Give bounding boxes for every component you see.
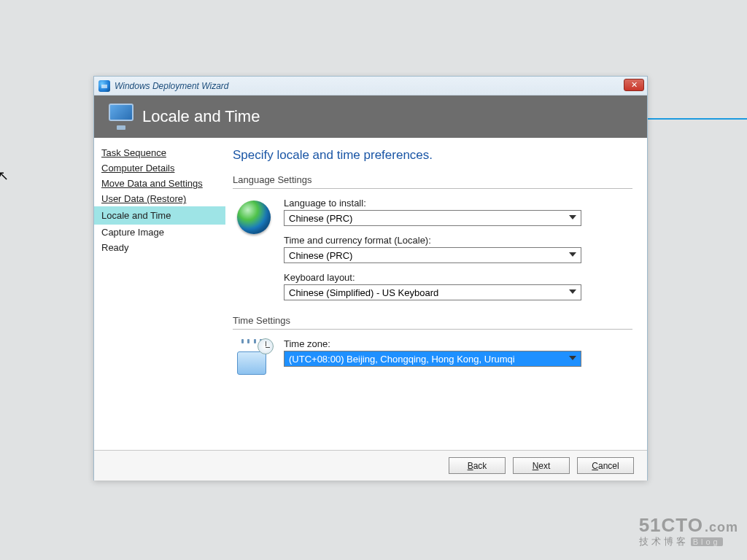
sidebar-item-ready: Ready <box>94 240 225 255</box>
keyboard-value: Chinese (Simplified) - US Keyboard <box>289 287 438 298</box>
locale-combo[interactable]: Chinese (PRC) <box>284 247 581 263</box>
chevron-down-icon <box>569 252 576 257</box>
divider <box>233 329 632 330</box>
mouse-cursor-icon: ↖ <box>0 168 9 184</box>
watermark-sub: 技术博客 <box>639 536 689 547</box>
keyboard-combo[interactable]: Chinese (Simplified) - US Keyboard <box>284 284 581 300</box>
timezone-label: Time zone: <box>284 338 632 349</box>
close-icon: ✕ <box>631 80 638 90</box>
cancel-button[interactable]: Cancel <box>577 457 634 474</box>
page-accent-line <box>646 118 747 120</box>
wizard-window: Windows Deployment Wizard ✕ Locale and T… <box>93 76 648 481</box>
sidebar-item-locale-time[interactable]: Locale and Time <box>94 206 225 225</box>
calendar-clock-icon <box>237 341 271 375</box>
keyboard-label: Keyboard layout: <box>284 272 632 283</box>
watermark: 51CTO.com 技术博客Blog <box>639 514 738 548</box>
window-title: Windows Deployment Wizard <box>115 81 229 91</box>
watermark-blog: Blog <box>691 537 723 546</box>
app-icon <box>98 80 110 92</box>
wizard-sidebar: Task Sequence Computer Details Move Data… <box>94 138 225 450</box>
back-button[interactable]: Back <box>449 457 506 474</box>
chevron-down-icon <box>569 289 576 294</box>
chevron-down-icon <box>569 356 576 360</box>
sidebar-item-move-data[interactable]: Move Data and Settings <box>94 176 225 191</box>
timezone-combo[interactable]: (UTC+08:00) Beijing, Chongqing, Hong Kon… <box>284 351 581 367</box>
wizard-main: Specify locale and time preferences. Lan… <box>225 138 647 450</box>
language-section: Language to install: Chinese (PRC) Time … <box>233 198 632 309</box>
globe-icon <box>237 201 271 234</box>
titlebar: Windows Deployment Wizard ✕ <box>94 77 647 96</box>
timezone-value: (UTC+08:00) Beijing, Chongqing, Hong Kon… <box>289 354 515 365</box>
language-combo[interactable]: Chinese (PRC) <box>284 210 581 226</box>
language-label: Language to install: <box>284 198 632 209</box>
sidebar-item-user-data[interactable]: User Data (Restore) <box>94 191 225 206</box>
time-section: Time zone: (UTC+08:00) Beijing, Chongqin… <box>233 338 632 376</box>
locale-label: Time and currency format (Locale): <box>284 235 632 246</box>
sidebar-item-task-sequence[interactable]: Task Sequence <box>94 145 225 160</box>
next-button[interactable]: Next <box>513 457 570 474</box>
language-value: Chinese (PRC) <box>289 213 352 224</box>
divider <box>233 188 632 189</box>
wizard-footer: Back Next Cancel <box>94 450 647 481</box>
language-group-label: Language Settings <box>233 174 632 187</box>
banner: Locale and Time <box>94 96 647 138</box>
sidebar-item-computer-details[interactable]: Computer Details <box>94 160 225 176</box>
banner-title: Locale and Time <box>142 107 260 126</box>
svg-rect-0 <box>101 85 107 88</box>
time-group-label: Time Settings <box>233 315 632 327</box>
monitor-icon <box>106 104 135 130</box>
watermark-domain: .com <box>705 520 738 535</box>
chevron-down-icon <box>569 215 576 219</box>
close-button[interactable]: ✕ <box>624 79 644 91</box>
watermark-main: 51CTO <box>639 514 703 537</box>
locale-value: Chinese (PRC) <box>289 250 352 261</box>
page-heading: Specify locale and time preferences. <box>233 148 632 163</box>
sidebar-item-capture-image: Capture Image <box>94 225 225 240</box>
wizard-body: Task Sequence Computer Details Move Data… <box>94 138 647 450</box>
